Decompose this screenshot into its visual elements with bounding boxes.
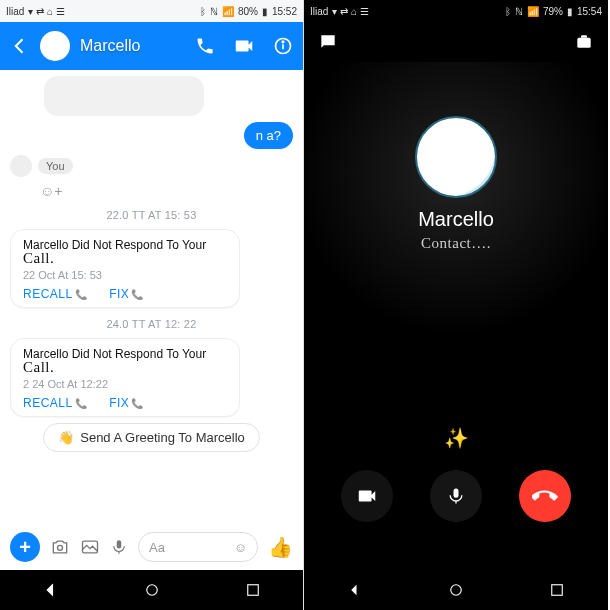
- svg-rect-5: [117, 540, 122, 548]
- svg-rect-9: [453, 489, 458, 498]
- status-icons: ▾ ⇄ ⌂ ☰: [332, 6, 368, 17]
- missed-call-card[interactable]: Marcello Did Not Respond To Your Call. 2…: [10, 338, 240, 417]
- messenger-chat-screen: Iliad ▾ ⇄ ⌂ ☰ ᛒ ℕ 📶 80% ▮ 15:52 Marcello: [0, 0, 304, 610]
- flip-camera-icon[interactable]: [574, 32, 594, 52]
- greeting-label: Send A Greeting To Marcello: [80, 430, 245, 445]
- signal-icon: 📶: [222, 6, 234, 17]
- nav-back[interactable]: [42, 581, 60, 599]
- missed-call-card[interactable]: Marcello Did Not Respond To Your Call. 2…: [10, 229, 240, 308]
- battery-icon: ▮: [262, 6, 268, 17]
- you-label: You: [38, 158, 73, 174]
- nfc-icon: ℕ: [210, 6, 218, 17]
- chat-body[interactable]: n a? You ☺+ 22.0 TT AT 15: 53 Marcello D…: [0, 70, 303, 526]
- android-navbar: [0, 570, 303, 610]
- input-placeholder: Aa: [149, 540, 165, 555]
- signal-icon: 📶: [527, 6, 539, 17]
- add-button[interactable]: +: [10, 532, 40, 562]
- mute-button[interactable]: [430, 470, 482, 522]
- outgoing-call-screen: Iliad ▾ ⇄ ⌂ ☰ ᛒ ℕ 📶 79% ▮ 15:54 Marcello: [304, 0, 608, 610]
- voice-call-icon[interactable]: [195, 36, 215, 56]
- effects-icon[interactable]: ✨: [444, 426, 469, 450]
- chat-icon[interactable]: [318, 32, 338, 52]
- toggle-video-button[interactable]: [341, 470, 393, 522]
- fix-button[interactable]: FIX: [109, 396, 144, 410]
- message-input[interactable]: Aa ☺: [138, 532, 258, 562]
- battery-percent: 79%: [543, 6, 563, 17]
- sent-message-bubble[interactable]: n a?: [244, 122, 293, 149]
- android-navbar: [304, 570, 608, 610]
- self-avatar: [10, 155, 32, 177]
- svg-point-6: [146, 585, 157, 596]
- carrier-label: Iliad: [6, 6, 24, 17]
- nav-recent[interactable]: [244, 581, 262, 599]
- clock: 15:54: [577, 6, 602, 17]
- svg-point-2: [282, 41, 284, 43]
- status-icons: ▾ ⇄ ⌂ ☰: [28, 6, 64, 17]
- recall-button[interactable]: RECALL: [23, 287, 87, 301]
- video-call-icon[interactable]: [233, 35, 255, 57]
- svg-rect-7: [247, 585, 258, 596]
- you-indicator-row: You: [10, 155, 293, 177]
- carrier-label: Iliad: [310, 6, 328, 17]
- nav-back[interactable]: [346, 581, 364, 599]
- received-message-bubble[interactable]: [44, 76, 204, 116]
- chat-header: Marcello: [0, 22, 303, 70]
- contact-name[interactable]: Marcello: [80, 37, 185, 55]
- call-actions: [304, 470, 608, 522]
- svg-rect-11: [552, 585, 563, 596]
- svg-rect-8: [577, 38, 590, 48]
- camera-icon[interactable]: [50, 537, 70, 557]
- call-status: Contact….: [421, 235, 491, 252]
- bluetooth-icon: ᛒ: [505, 6, 511, 17]
- timestamp-divider: 22.0 TT AT 15: 53: [10, 209, 293, 221]
- missed-call-time: 22 Oct At 15: 53: [23, 269, 227, 281]
- info-icon[interactable]: [273, 36, 293, 56]
- android-status-bar: Iliad ▾ ⇄ ⌂ ☰ ᛒ ℕ 📶 79% ▮ 15:54: [304, 0, 608, 22]
- missed-call-line2: Call.: [23, 359, 227, 376]
- call-body: Marcello Contact…. ✨: [304, 62, 608, 570]
- greeting-suggestion-chip[interactable]: 👋 Send A Greeting To Marcello: [43, 423, 260, 452]
- clock: 15:52: [272, 6, 297, 17]
- missed-call-time: 2 24 Oct At 12:22: [23, 378, 227, 390]
- end-call-button[interactable]: [519, 470, 571, 522]
- battery-icon: ▮: [567, 6, 573, 17]
- nfc-icon: ℕ: [515, 6, 523, 17]
- wave-icon: 👋: [58, 430, 74, 445]
- gallery-icon[interactable]: [80, 537, 100, 557]
- nav-recent[interactable]: [548, 581, 566, 599]
- svg-point-3: [58, 545, 63, 550]
- contact-avatar[interactable]: [40, 31, 70, 61]
- missed-call-line2: Call.: [23, 250, 227, 267]
- battery-percent: 80%: [238, 6, 258, 17]
- contact-avatar-large: [415, 116, 497, 198]
- call-top-bar: [304, 22, 608, 62]
- android-status-bar: Iliad ▾ ⇄ ⌂ ☰ ᛒ ℕ 📶 80% ▮ 15:52: [0, 0, 303, 22]
- emoji-reaction-button[interactable]: ☺+: [40, 183, 293, 199]
- like-button[interactable]: 👍: [268, 535, 293, 559]
- recall-button[interactable]: RECALL: [23, 396, 87, 410]
- timestamp-divider: 24.0 TT AT 12: 22: [10, 318, 293, 330]
- nav-home[interactable]: [447, 581, 465, 599]
- call-contact-name: Marcello: [418, 208, 494, 231]
- svg-point-10: [451, 585, 462, 596]
- microphone-icon[interactable]: [110, 537, 128, 557]
- smiley-icon[interactable]: ☺: [234, 540, 247, 555]
- back-icon[interactable]: [10, 36, 30, 56]
- fix-button[interactable]: FIX: [109, 287, 144, 301]
- compose-bar: + Aa ☺ 👍: [0, 526, 303, 570]
- bluetooth-icon: ᛒ: [200, 6, 206, 17]
- nav-home[interactable]: [143, 581, 161, 599]
